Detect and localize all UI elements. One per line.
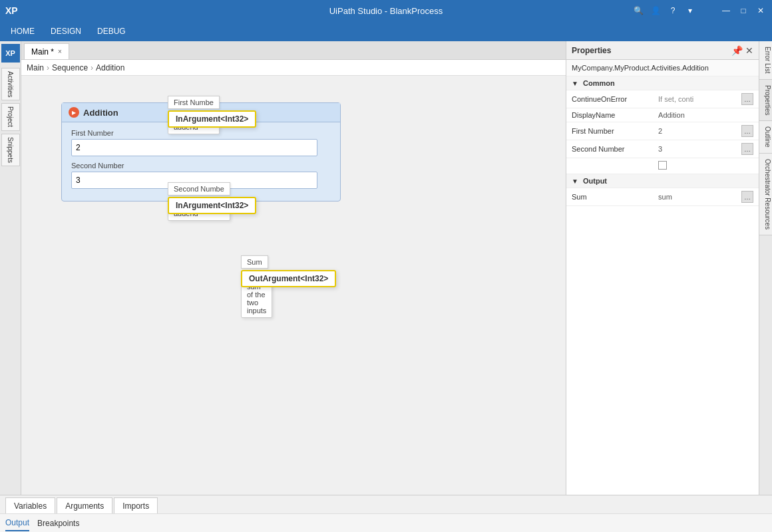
- continue-on-error-row: ContinueOnError If set, conti …: [566, 90, 759, 108]
- breadcrumb-main[interactable]: Main: [27, 63, 44, 72]
- misc-checkbox[interactable]: [658, 161, 667, 170]
- panel-pin-button[interactable]: 📌: [731, 45, 743, 56]
- panel-controls: 📌 ✕: [731, 45, 753, 56]
- help-icon[interactable]: ?: [667, 5, 679, 17]
- titlebar-title: UiPath Studio - BlankProcess: [329, 6, 443, 16]
- output-collapse-icon[interactable]: ▼: [572, 178, 578, 185]
- common-section-row: ▼ Common: [566, 76, 759, 90]
- display-name-value: Addition: [653, 108, 759, 122]
- sidebar-item-activities[interactable]: Activities: [1, 68, 20, 100]
- menu-home[interactable]: HOME: [3, 24, 43, 39]
- second-number-tooltip-area: Second Numbe InArgument<Int32> The secon…: [168, 182, 230, 197]
- arguments-tab[interactable]: Arguments: [57, 497, 112, 513]
- first-number-tooltip-area: First Numbe InArgument<Int32> The first …: [168, 96, 220, 110]
- xp-badge: XP: [5, 49, 15, 57]
- sum-prop-name: Sum: [566, 188, 653, 206]
- sum-prop-row: Sum sum …: [566, 188, 759, 206]
- second-number-prop-name: Second Number: [566, 140, 653, 158]
- tab-bar: Main * ×: [21, 41, 566, 60]
- second-in-argument-tooltip: InArgument<Int32>: [168, 197, 256, 214]
- display-name-label: DisplayName: [566, 108, 653, 122]
- second-number-prop-row: Second Number 3 …: [566, 140, 759, 158]
- output-bar: Output Breakpoints: [0, 513, 772, 532]
- panel-close-button[interactable]: ✕: [745, 45, 753, 56]
- menubar: HOME DESIGN DEBUG: [0, 21, 772, 41]
- main-layout: XP Activities Project Snippets Main * × …: [0, 41, 772, 495]
- sidebar-item-project[interactable]: Project: [1, 103, 20, 130]
- imports-tab[interactable]: Imports: [114, 497, 158, 513]
- orchestrator-resources-tab[interactable]: Orchestrator Resources: [759, 154, 773, 235]
- properties-panel-header: Properties 📌 ✕: [566, 41, 759, 60]
- first-in-argument-tooltip: InArgument<Int32>: [168, 110, 256, 128]
- display-name-row: DisplayName Addition: [566, 108, 759, 122]
- first-number-prop-row: First Number 2 …: [566, 122, 759, 140]
- collapse-icon[interactable]: ▼: [572, 80, 578, 87]
- output-section-header: ▼ Output: [566, 174, 759, 188]
- continue-on-error-name: ContinueOnError: [566, 90, 653, 108]
- activity-name: Addition: [83, 108, 118, 118]
- sum-field-label: Sum: [241, 255, 268, 269]
- minimize-button[interactable]: —: [720, 5, 732, 17]
- properties-title: Properties: [572, 46, 611, 55]
- common-section-header: ▼ Common: [566, 76, 759, 90]
- bottom-tabs: Variables Arguments Imports: [0, 495, 772, 513]
- maximize-button[interactable]: □: [737, 5, 749, 17]
- sum-tooltip-area: Sum OutArgument<Int32> The sum of the tw…: [241, 255, 268, 270]
- variables-tab[interactable]: Variables: [5, 497, 55, 513]
- search-icon[interactable]: 🔍: [632, 5, 644, 17]
- properties-subtitle: MyCompany.MyProduct.Activities.Addition: [566, 60, 759, 76]
- continue-on-error-btn[interactable]: …: [741, 93, 753, 105]
- misc-prop-value: [653, 158, 759, 174]
- misc-row: [566, 158, 759, 174]
- sum-prop-value: sum …: [653, 188, 759, 206]
- close-button[interactable]: ✕: [755, 5, 767, 17]
- titlebar: XP UiPath Studio - BlankProcess 🔍 👤 ? ▾ …: [0, 0, 772, 21]
- app-logo: XP: [5, 5, 18, 16]
- misc-prop-name: [566, 158, 653, 174]
- main-tab[interactable]: Main * ×: [24, 43, 69, 59]
- menu-debug[interactable]: DEBUG: [89, 24, 134, 39]
- sidebar-item-snippets[interactable]: Snippets: [1, 134, 20, 166]
- out-argument-tooltip: OutArgument<Int32>: [241, 270, 336, 287]
- first-number-prop-value: 2 …: [653, 122, 759, 140]
- outline-tab[interactable]: Outline: [759, 121, 773, 154]
- error-list-tab[interactable]: Error List: [759, 41, 773, 80]
- second-number-label: Second Number: [71, 162, 331, 170]
- more-icon[interactable]: ▾: [684, 5, 696, 17]
- right-sidebar: Error List Properties Outline Orchestrat…: [759, 41, 772, 495]
- breadcrumb-sep1: ›: [47, 63, 49, 72]
- first-number-prop-name: First Number: [566, 122, 653, 140]
- titlebar-controls: 🔍 👤 ? ▾ — □ ✕: [632, 5, 767, 17]
- first-number-input[interactable]: [71, 139, 317, 156]
- sum-prop-btn[interactable]: …: [741, 191, 753, 203]
- breadcrumb-sequence[interactable]: Sequence: [52, 63, 88, 72]
- user-icon[interactable]: 👤: [650, 5, 662, 17]
- activity-run-button[interactable]: ▶: [69, 107, 79, 118]
- second-number-field-label: Second Numbe: [168, 182, 230, 196]
- breakpoints-tab[interactable]: Breakpoints: [37, 516, 79, 531]
- second-number-prop-btn[interactable]: …: [741, 143, 753, 155]
- tab-close-button[interactable]: ×: [58, 48, 62, 55]
- breadcrumb-addition[interactable]: Addition: [96, 63, 124, 72]
- breadcrumb: Main › Sequence › Addition: [21, 60, 566, 76]
- properties-table: ▼ Common ContinueOnError If set, conti ……: [566, 76, 759, 206]
- left-sidebar: XP Activities Project Snippets: [0, 41, 21, 495]
- properties-side-tab[interactable]: Properties: [759, 80, 773, 122]
- output-section-row: ▼ Output: [566, 174, 759, 188]
- breadcrumb-sep2: ›: [91, 63, 93, 72]
- canvas-area: Main * × Main › Sequence › Addition Firs…: [21, 41, 566, 495]
- tab-label: Main *: [31, 47, 54, 57]
- first-number-field-label: First Numbe: [168, 96, 220, 109]
- menu-design[interactable]: DESIGN: [43, 24, 89, 39]
- first-number-prop-btn[interactable]: …: [741, 125, 753, 137]
- continue-on-error-value: If set, conti …: [653, 90, 759, 108]
- second-number-prop-value: 3 …: [653, 140, 759, 158]
- properties-panel: Properties 📌 ✕ MyCompany.MyProduct.Activ…: [566, 41, 759, 495]
- output-tab[interactable]: Output: [5, 515, 29, 531]
- canvas-content: First Numbe InArgument<Int32> The first …: [21, 76, 566, 495]
